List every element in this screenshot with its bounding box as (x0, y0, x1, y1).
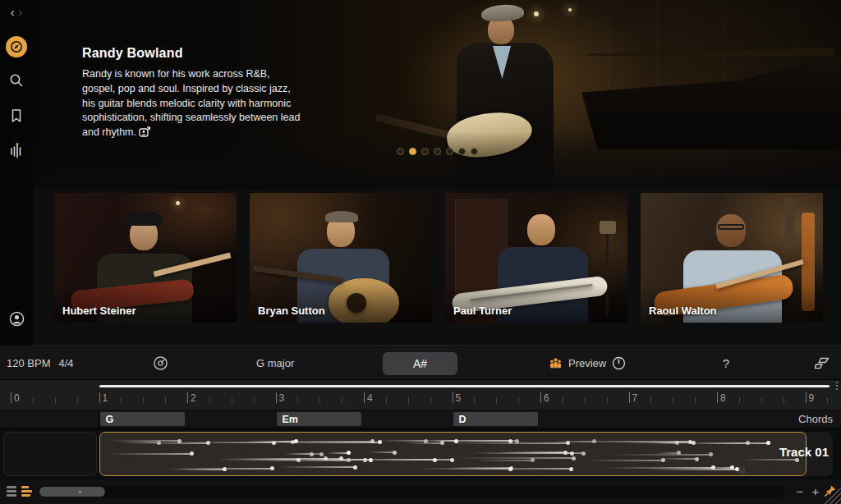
artist-card-name: Paul Turner (453, 305, 512, 317)
bar-tick (806, 392, 807, 403)
tempo-display[interactable]: 120 BPM 4/4 (7, 346, 74, 381)
artist-card[interactable]: Paul Turner (445, 193, 627, 323)
cycle-range-bar[interactable] (99, 385, 830, 387)
midi-note (108, 440, 180, 442)
beat-tick (563, 397, 563, 403)
track-area: Track 01 M (0, 428, 841, 479)
scrollbar-thumb[interactable] (39, 487, 105, 497)
card-shade (54, 285, 237, 323)
bar-tick (629, 392, 630, 403)
artist-name: Randy Bowland (82, 46, 306, 61)
mute-indicator[interactable]: M (738, 466, 745, 475)
track-lane: Track 01 M (99, 432, 833, 476)
midi-note (466, 468, 572, 470)
chord-block[interactable]: Em (277, 412, 362, 426)
beat-tick (297, 397, 298, 403)
beat-tick (77, 397, 78, 403)
midi-note (289, 453, 322, 455)
bookmark-icon (10, 108, 23, 123)
card-shade (641, 285, 823, 323)
sidebar-item-discover[interactable] (0, 33, 33, 61)
beat-tick (585, 397, 586, 403)
zoom-in-button[interactable]: + (809, 482, 822, 500)
artist-card[interactable]: Bryan Sutton (250, 193, 432, 323)
transport-bar: 120 BPM 4/4 G major A# Preview ? (0, 345, 841, 380)
beat-tick (342, 397, 342, 403)
timer-icon (612, 356, 626, 370)
forward-icon[interactable]: › (19, 7, 23, 18)
bar-number: 5 (456, 392, 462, 404)
midi-note (326, 452, 349, 454)
track-list-view-button[interactable] (7, 486, 16, 497)
beat-tick (827, 397, 828, 403)
horizontal-scrollbar[interactable] (39, 486, 784, 497)
bar-number: 6 (544, 392, 549, 404)
beat-tick (33, 397, 34, 403)
midi-note (651, 442, 678, 444)
beat-tick (607, 397, 608, 403)
carousel-dot[interactable] (446, 148, 453, 155)
help-button[interactable]: ? (716, 346, 736, 381)
carousel-dot[interactable] (471, 148, 478, 155)
preview-control[interactable]: Preview (549, 346, 626, 381)
timeline-ruler[interactable]: 0123456789 (0, 380, 841, 410)
artist-card[interactable]: Hubert Steiner (54, 193, 237, 323)
carousel-dot[interactable] (434, 148, 441, 155)
zoom-out-button[interactable]: − (793, 482, 807, 500)
chord-block[interactable]: D (453, 412, 539, 426)
waveform-icon (9, 143, 24, 159)
midi-note (256, 441, 372, 442)
artist-card[interactable]: Raoul Walton (641, 193, 823, 323)
sidebar-item-sounds[interactable] (0, 137, 33, 165)
chord-view-button[interactable] (21, 485, 32, 497)
midi-note (214, 459, 299, 460)
beat-tick (232, 397, 232, 403)
metronome-icon (153, 355, 168, 371)
search-icon (9, 73, 24, 88)
carousel-dot[interactable] (421, 148, 429, 155)
sidebar-item-account[interactable] (0, 305, 33, 332)
beat-tick (739, 397, 740, 403)
beat-tick (55, 397, 56, 403)
detach-view-button[interactable] (813, 346, 831, 381)
artist-info: Randy Bowland Randy is known for his wor… (82, 46, 306, 142)
bar-tick (717, 392, 718, 403)
artist-cards-row: Hubert Steiner Bryan Sutton (33, 193, 841, 323)
midi-note (402, 440, 511, 442)
open-profile-icon[interactable] (139, 126, 151, 142)
ruler-options-icon[interactable] (836, 382, 838, 390)
compass-icon (6, 36, 27, 57)
sidebar-item-search[interactable] (0, 66, 33, 94)
metronome-button[interactable] (153, 346, 168, 381)
carousel-dot[interactable] (397, 148, 404, 155)
beat-tick (496, 397, 497, 403)
artist-card-name: Hubert Steiner (62, 305, 136, 317)
midi-note (107, 453, 191, 455)
midi-note (658, 458, 697, 460)
accidental-toggle: A# (383, 346, 457, 381)
chord-block[interactable]: G (100, 412, 186, 426)
back-icon[interactable]: ‹ (11, 7, 15, 18)
midi-note (445, 442, 568, 444)
bar-tick (364, 392, 365, 403)
carousel-dot[interactable] (409, 148, 416, 155)
bottom-bar: − + (0, 479, 841, 504)
beat-tick (761, 397, 762, 403)
featured-artist-hero: Randy Bowland Randy is known for his wor… (33, 0, 841, 189)
sidebar-item-bookmarks[interactable] (0, 102, 33, 130)
artist-description-text: Randy is known for his work across R&B, … (82, 68, 300, 138)
midi-note (741, 459, 797, 460)
midi-region[interactable] (99, 432, 807, 476)
sidebar: ‹ › (0, 0, 33, 346)
key-display[interactable]: G major (256, 346, 294, 381)
beat-tick (784, 397, 784, 403)
carousel-dot[interactable] (458, 148, 466, 155)
bar-number: 0 (14, 392, 20, 404)
sharp-button[interactable]: A# (383, 352, 457, 375)
track-header[interactable] (3, 432, 97, 476)
beat-tick (165, 397, 166, 403)
chord-lane: GEmD Chords (0, 410, 841, 428)
chords-lane-label: Chords (798, 413, 833, 425)
bar-tick (11, 392, 11, 403)
help-label: ? (723, 356, 729, 370)
